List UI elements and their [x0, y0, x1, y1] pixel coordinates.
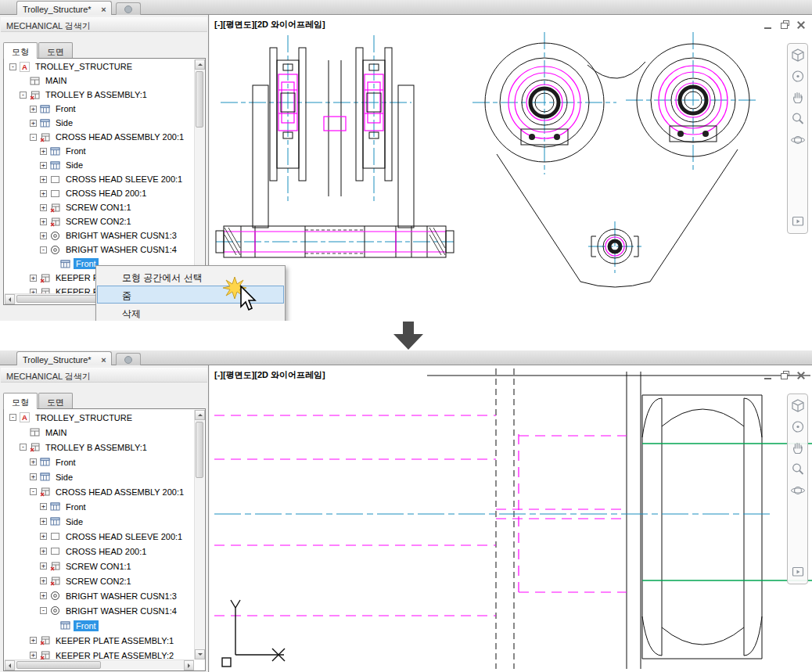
navigation-wheel-icon[interactable] — [790, 419, 806, 435]
scroll-left-button[interactable] — [5, 294, 15, 304]
tree-item-label[interactable]: CROSS HEAD ASSEMBLY 200:1 — [53, 487, 186, 498]
horizontal-scrollbar-thumb[interactable] — [16, 295, 101, 303]
file-tab[interactable]: Trolley_Structure* × — [16, 351, 112, 365]
scroll-up-button[interactable] — [195, 59, 205, 70]
tree-item-label[interactable]: SCREW CON1:1 — [63, 561, 134, 572]
tree-item[interactable]: +SCREW CON1:1 — [5, 559, 194, 573]
navigation-wheel-icon[interactable] — [790, 69, 806, 84]
tree-item[interactable]: -CROSS HEAD ASSEMBLY 200:1 — [5, 484, 194, 499]
expand-icon[interactable]: + — [40, 533, 47, 540]
tree-item-label[interactable]: SCREW CON2:1 — [63, 576, 134, 587]
tree-item[interactable]: +Side — [5, 116, 194, 130]
tree-item-label[interactable]: CROSS HEAD SLEEVE 200:1 — [63, 531, 185, 542]
tree-item[interactable]: +Side — [5, 158, 194, 172]
tree-item-label[interactable]: CROSS HEAD 200:1 — [63, 188, 149, 199]
horizontal-scrollbar[interactable] — [5, 659, 194, 670]
restore-icon[interactable] — [780, 371, 789, 380]
tree-item[interactable]: +KEEPER PLATE ASSEMBLY:1 — [5, 633, 194, 648]
collapse-icon[interactable]: - — [9, 414, 16, 421]
tree-item-label[interactable]: Side — [53, 472, 75, 483]
tree-item-label[interactable]: MAIN — [43, 427, 70, 438]
browser-tab-0[interactable]: 모형 — [3, 42, 38, 59]
expand-icon[interactable]: + — [40, 577, 47, 584]
tree-item[interactable]: MAIN — [5, 425, 194, 440]
tree-item-label[interactable]: BRIGHT WASHER CUSN1:3 — [63, 591, 179, 602]
browser-tab-1[interactable]: 도면 — [38, 393, 73, 408]
expand-icon[interactable]: + — [40, 190, 47, 197]
zoom-icon[interactable] — [790, 111, 806, 127]
tree-item[interactable]: Front — [5, 618, 194, 633]
tree-item[interactable]: -TROLLEY B ASSEMBLY:1 — [5, 440, 194, 455]
tree-item-label[interactable]: CROSS HEAD 200:1 — [63, 546, 149, 557]
tree-item[interactable]: +BRIGHT WASHER CUSN1:3 — [5, 228, 194, 243]
tree-item-label[interactable]: SCREW CON1:1 — [63, 202, 134, 213]
expand-icon[interactable]: + — [30, 275, 37, 282]
expand-icon[interactable]: + — [40, 562, 47, 570]
vertical-scrollbar-thumb[interactable] — [196, 71, 203, 128]
drawing-viewport[interactable]: [-][평면도][2D 와이어프레임] — [210, 365, 812, 672]
tree-item-label[interactable]: Front — [63, 146, 88, 156]
close-icon[interactable] — [796, 20, 806, 30]
tree-item-label[interactable]: Front — [53, 103, 78, 114]
expand-icon[interactable]: + — [30, 120, 37, 127]
tree-item[interactable]: +KEEPER PLATE ASSEMBLY:2 — [5, 648, 194, 659]
tree-item[interactable]: MAIN — [5, 74, 194, 88]
tree-item-label[interactable]: TROLLEY_STRUCTURE — [33, 412, 135, 423]
expand-icon[interactable]: + — [40, 162, 47, 169]
tree-item[interactable]: -CROSS HEAD ASSEMBLY 200:1 — [5, 130, 194, 144]
tab-close-icon[interactable]: × — [99, 355, 108, 365]
tree-item[interactable]: +SCREW CON2:1 — [5, 573, 194, 588]
vertical-scrollbar[interactable] — [194, 59, 204, 293]
tree-item-label[interactable]: Side — [53, 117, 75, 128]
zoom-icon[interactable] — [790, 462, 806, 477]
minimize-icon[interactable] — [763, 371, 773, 380]
expand-icon[interactable]: + — [30, 473, 37, 480]
tree-item-label[interactable]: KEEPER PLATE ASSEMBLY:1 — [53, 635, 176, 646]
vertical-scrollbar[interactable] — [194, 410, 204, 659]
tree-item[interactable]: +CROSS HEAD 200:1 — [5, 186, 194, 200]
cad-drawing-zoomed-washer[interactable] — [210, 365, 812, 672]
view-cube-icon[interactable] — [790, 48, 806, 63]
tree-item-label[interactable]: SCREW CON2:1 — [63, 216, 134, 227]
expand-icon[interactable]: + — [30, 458, 37, 465]
collapse-icon[interactable]: - — [30, 488, 37, 495]
expand-icon[interactable]: + — [40, 232, 47, 239]
close-icon[interactable] — [796, 371, 806, 380]
collapse-icon[interactable]: - — [9, 63, 16, 70]
tree-item-label[interactable]: Front — [53, 457, 78, 468]
file-tab[interactable]: Trolley_Structure* × — [16, 1, 112, 15]
browser-tab-0[interactable]: 모형 — [3, 393, 38, 409]
restore-icon[interactable] — [780, 20, 789, 30]
tree-item-label[interactable]: MAIN — [43, 75, 70, 86]
tree-item[interactable]: -ATROLLEY_STRUCTURE — [5, 410, 194, 425]
minimize-icon[interactable] — [763, 20, 773, 30]
expand-icon[interactable]: + — [30, 106, 37, 113]
expand-icon[interactable]: + — [40, 548, 47, 555]
scroll-right-button[interactable] — [184, 660, 194, 670]
collapse-icon[interactable]: - — [20, 92, 27, 99]
tree-item-label[interactable]: Front — [74, 258, 99, 269]
tree-item-label[interactable]: TROLLEY B ASSEMBLY:1 — [43, 89, 149, 100]
browser-tab-1[interactable]: 도면 — [38, 42, 73, 58]
tree-item-label[interactable]: BRIGHT WASHER CUSN1:4 — [63, 244, 179, 255]
tree-item[interactable]: -BRIGHT WASHER CUSN1:4 — [5, 603, 194, 618]
tree-item-label[interactable]: Front — [63, 501, 88, 512]
expand-icon[interactable]: + — [40, 518, 47, 525]
tree-item[interactable]: +Side — [5, 469, 194, 484]
tree-item[interactable]: -TROLLEY B ASSEMBLY:1 — [5, 88, 194, 102]
pan-hand-icon[interactable] — [790, 440, 806, 456]
collapse-icon[interactable]: - — [40, 246, 47, 253]
tree-item[interactable]: +Front — [5, 102, 194, 116]
view-cube-icon[interactable] — [790, 398, 806, 414]
expand-icon[interactable]: + — [40, 592, 47, 599]
tree-item[interactable]: +Front — [5, 455, 194, 469]
tree-item[interactable]: +Side — [5, 514, 194, 529]
tree-item[interactable]: +CROSS HEAD SLEEVE 200:1 — [5, 529, 194, 544]
tree-item[interactable]: +Front — [5, 499, 194, 514]
new-tab-button[interactable] — [116, 2, 141, 15]
tree-item-label[interactable]: CROSS HEAD SLEEVE 200:1 — [63, 174, 185, 185]
expand-icon[interactable]: + — [40, 176, 47, 183]
tree-item-label[interactable]: BRIGHT WASHER CUSN1:4 — [63, 606, 179, 616]
collapse-icon[interactable]: - — [40, 607, 47, 614]
expand-icon[interactable]: + — [40, 503, 47, 510]
